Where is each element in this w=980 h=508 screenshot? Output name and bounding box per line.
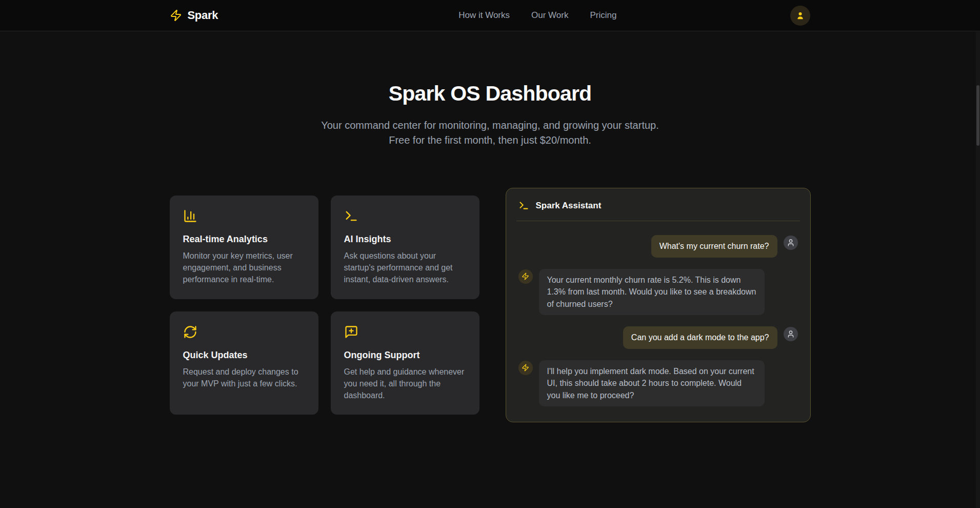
feature-title: AI Insights bbox=[344, 234, 466, 245]
assistant-message-bubble: Your current monthly churn rate is 5.2%.… bbox=[539, 269, 765, 316]
assistant-avatar bbox=[518, 269, 533, 284]
nav-inner: Spark How it Works Our Work Pricing bbox=[170, 0, 811, 31]
feature-title: Real-time Analytics bbox=[183, 234, 305, 245]
main-content: Spark OS Dashboard Your command center f… bbox=[0, 31, 980, 422]
feature-card-ai-insights[interactable]: AI Insights Ask questions about your sta… bbox=[331, 196, 479, 299]
account-avatar-button[interactable] bbox=[790, 6, 810, 26]
brand[interactable]: Spark bbox=[170, 9, 218, 22]
nav-links: How it Works Our Work Pricing bbox=[458, 10, 616, 21]
feature-description: Monitor your key metrics, user engagemen… bbox=[183, 250, 305, 286]
assistant-avatar bbox=[518, 361, 533, 375]
page-subtitle: Your command center for monitoring, mana… bbox=[311, 118, 670, 148]
zap-icon bbox=[522, 364, 529, 372]
assistant-header: Spark Assistant bbox=[506, 188, 810, 221]
chat-message-user: Can you add a dark mode to the app? bbox=[518, 326, 798, 349]
scrollbar-thumb[interactable] bbox=[976, 85, 979, 146]
zap-icon bbox=[170, 9, 182, 22]
assistant-message-bubble: I'll help you implement dark mode. Based… bbox=[539, 360, 765, 407]
user-icon bbox=[795, 11, 805, 21]
terminal-icon bbox=[344, 209, 466, 225]
feature-card-ongoing-support[interactable]: Ongoing Support Get help and guidance wh… bbox=[331, 311, 479, 415]
feature-description: Get help and guidance whenever you need … bbox=[344, 366, 466, 402]
zap-icon bbox=[522, 272, 529, 280]
chart-column-icon bbox=[183, 209, 305, 225]
brand-name: Spark bbox=[188, 9, 218, 22]
user-avatar bbox=[784, 327, 798, 341]
nav-link-pricing[interactable]: Pricing bbox=[590, 10, 616, 21]
feature-card-real-time-analytics[interactable]: Real-time Analytics Monitor your key met… bbox=[170, 196, 318, 299]
feature-description: Ask questions about your startup's perfo… bbox=[344, 250, 466, 286]
user-avatar bbox=[784, 236, 798, 250]
user-icon bbox=[787, 239, 795, 247]
nav-link-how-it-works[interactable]: How it Works bbox=[458, 10, 510, 21]
page-title: Spark OS Dashboard bbox=[0, 82, 980, 106]
chat-messages: What's my current churn rate? bbox=[506, 221, 810, 422]
spark-assistant-panel: Spark Assistant What's my current churn … bbox=[506, 188, 811, 422]
nav-link-our-work[interactable]: Our Work bbox=[531, 10, 568, 21]
top-nav: Spark How it Works Our Work Pricing bbox=[0, 0, 980, 31]
assistant-title: Spark Assistant bbox=[536, 201, 602, 211]
user-message-bubble: Can you add a dark mode to the app? bbox=[623, 326, 777, 349]
message-square-plus-icon bbox=[344, 325, 466, 341]
user-message-bubble: What's my current churn rate? bbox=[651, 235, 777, 258]
chat-message-assistant: I'll help you implement dark mode. Based… bbox=[518, 360, 798, 407]
terminal-icon bbox=[518, 200, 529, 211]
feature-title: Quick Updates bbox=[183, 350, 305, 361]
user-icon bbox=[787, 330, 795, 338]
hero-section: Spark OS Dashboard Your command center f… bbox=[0, 31, 980, 148]
feature-description: Request and deploy changes to your MVP w… bbox=[183, 366, 305, 389]
chat-message-user: What's my current churn rate? bbox=[518, 235, 798, 258]
content-row: Real-time Analytics Monitor your key met… bbox=[170, 188, 811, 422]
feature-title: Ongoing Support bbox=[344, 350, 466, 361]
feature-card-quick-updates[interactable]: Quick Updates Request and deploy changes… bbox=[170, 311, 318, 415]
features-grid: Real-time Analytics Monitor your key met… bbox=[170, 196, 479, 415]
chat-message-assistant: Your current monthly churn rate is 5.2%.… bbox=[518, 269, 798, 316]
refresh-icon bbox=[183, 325, 305, 341]
